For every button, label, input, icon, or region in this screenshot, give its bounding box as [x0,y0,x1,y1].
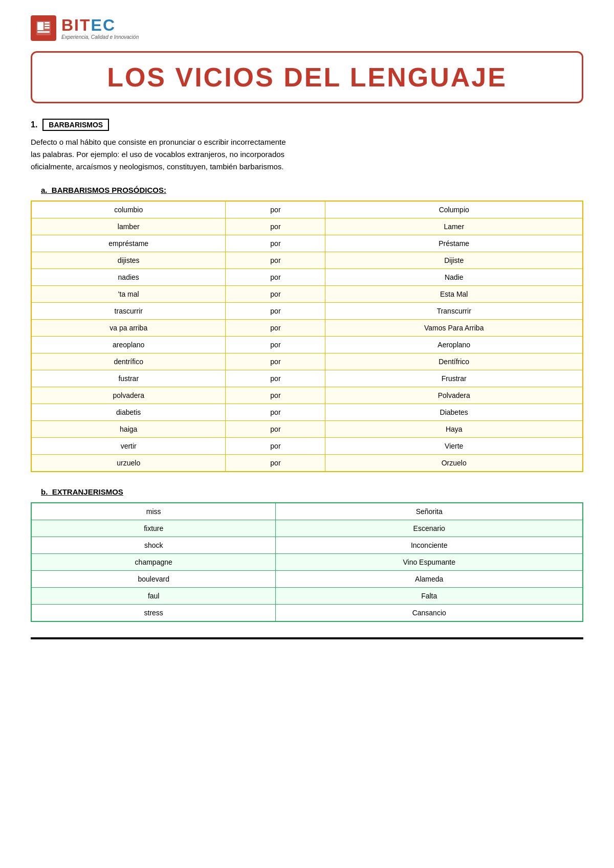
wrong-word: fixture [31,520,276,537]
correct-word: Vamos Para Arriba [325,320,583,337]
por-label: por [226,201,325,218]
logo-tagline: Experiencia, Calidad e Innovación [61,34,139,40]
table-row: va pa arriba por Vamos Para Arriba [31,320,583,337]
table-extranjerismos: miss Señorita fixture Escenario shock In… [31,502,583,622]
wrong-word: nadies [31,269,226,286]
subsection-b-title-text: EXTRANJERISMOS [52,487,123,496]
table-row: boulevard Alameda [31,571,583,588]
table-row: haiga por Haya [31,421,583,438]
section-num-label: 1. [31,120,37,129]
correct-word: Haya [325,421,583,438]
por-label: por [226,438,325,455]
subsection-a-label: a. [41,186,48,194]
por-label: por [226,387,325,404]
correct-word: Préstame [325,235,583,252]
correct-word: Esta Mal [325,286,583,303]
correct-word: Frustrar [325,370,583,387]
correct-word: Transcurrir [325,303,583,320]
correct-word: Señorita [276,503,583,520]
por-label: por [226,235,325,252]
wrong-word: faul [31,588,276,605]
svg-rect-1 [37,22,43,30]
wrong-word: urzuelo [31,455,226,472]
bottom-border [31,637,583,639]
table-row: 'ta mal por Esta Mal [31,286,583,303]
svg-rect-4 [45,27,50,29]
correct-word: Falta [276,588,583,605]
table-row: dijistes por Dijiste [31,252,583,269]
por-label: por [226,303,325,320]
wrong-word: diabetis [31,404,226,421]
table-row: vertir por Vierte [31,438,583,455]
wrong-word: 'ta mal [31,286,226,303]
section-number: 1. BARBARISMOS [31,119,583,131]
page: BITEC Experiencia, Calidad e Innovación … [0,0,614,868]
wrong-word: dijistes [31,252,226,269]
table-row: miss Señorita [31,503,583,520]
logo-box: BITEC Experiencia, Calidad e Innovación [31,15,139,41]
section-barbarismos: 1. BARBARISMOS Defecto o mal hábito que … [31,119,583,622]
wrong-word: trascurrir [31,303,226,320]
subsection-a: a. BARBARISMOS PROSÓDICOS: columbio por … [31,186,583,472]
por-label: por [226,455,325,472]
por-label: por [226,404,325,421]
correct-word: Lamer [325,218,583,235]
table-row: nadies por Nadie [31,269,583,286]
correct-word: Escenario [276,520,583,537]
correct-word: Nadie [325,269,583,286]
por-label: por [226,269,325,286]
wrong-word: lamber [31,218,226,235]
table-row: champagne Vino Espumante [31,554,583,571]
wrong-word: haiga [31,421,226,438]
wrong-word: fustrar [31,370,226,387]
logo-bitec-label: BITEC [61,17,139,33]
wrong-word: columbio [31,201,226,218]
logo-icon [31,15,56,41]
correct-word: Vino Espumante [276,554,583,571]
svg-rect-2 [45,22,50,24]
wrong-word: boulevard [31,571,276,588]
correct-word: Dentífrico [325,353,583,370]
wrong-word: vertir [31,438,226,455]
wrong-word: va pa arriba [31,320,226,337]
correct-word: Dijiste [325,252,583,269]
table-row: empréstame por Préstame [31,235,583,252]
table-row: shock Inconciente [31,537,583,554]
correct-word: Cansancio [276,605,583,622]
correct-word: Orzuelo [325,455,583,472]
table-row: faul Falta [31,588,583,605]
table-row: fustrar por Frustrar [31,370,583,387]
wrong-word: polvadera [31,387,226,404]
subsection-b-title: b. EXTRANJERISMOS [31,487,583,496]
table-row: diabetis por Diabetes [31,404,583,421]
por-label: por [226,337,325,353]
table-row: stress Cansancio [31,605,583,622]
svg-rect-5 [37,31,50,33]
table-row: lamber por Lamer [31,218,583,235]
header: BITEC Experiencia, Calidad e Innovación [31,15,583,41]
correct-word: Vierte [325,438,583,455]
correct-word: Polvadera [325,387,583,404]
section-badge: BARBARISMOS [42,119,109,131]
wrong-word: shock [31,537,276,554]
svg-rect-3 [45,25,50,26]
por-label: por [226,421,325,438]
subsection-b-label: b. [41,487,48,496]
por-label: por [226,286,325,303]
table-row: areoplano por Aeroplano [31,337,583,353]
por-label: por [226,370,325,387]
por-label: por [226,320,325,337]
wrong-word: dentrífico [31,353,226,370]
wrong-word: miss [31,503,276,520]
subsection-a-title: a. BARBARISMOS PROSÓDICOS: [31,186,583,194]
wrong-word: stress [31,605,276,622]
table-row: dentrífico por Dentífrico [31,353,583,370]
table-prosodicos: columbio por Columpio lamber por Lamer e… [31,201,583,472]
main-title: LOS VICIOS DEL LENGUAJE [48,62,566,93]
por-label: por [226,218,325,235]
correct-word: Columpio [325,201,583,218]
subsection-b: b. EXTRANJERISMOS miss Señorita fixture … [31,487,583,622]
wrong-word: empréstame [31,235,226,252]
logo-svg-icon [34,19,53,37]
wrong-word: areoplano [31,337,226,353]
